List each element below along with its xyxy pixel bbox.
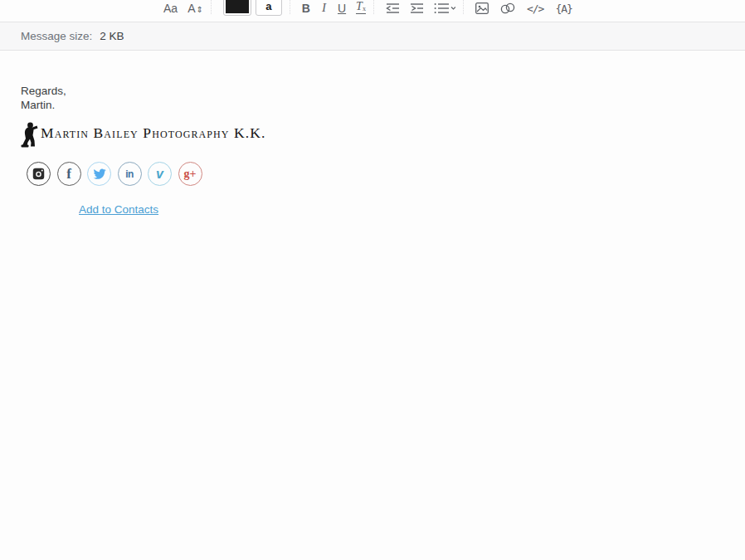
bold-button[interactable]: B: [302, 2, 310, 14]
toolbar-separator: [211, 0, 212, 14]
facebook-f-glyph: f: [66, 167, 71, 181]
signature-line-1: Regards,: [21, 84, 66, 98]
twitter-icon[interactable]: [87, 162, 111, 186]
font-size-label: A: [187, 2, 195, 14]
clear-formatting-button[interactable]: Tx: [356, 1, 366, 14]
email-body-editor[interactable]: Regards, Martin. Martin Bailey Photograp…: [0, 51, 745, 559]
message-size-bar: Message size: 2 KB: [0, 22, 745, 51]
message-size-value: 2 KB: [100, 30, 124, 42]
font-size-button[interactable]: A⇕: [187, 2, 203, 14]
add-to-contacts-link[interactable]: Add to Contacts: [79, 203, 158, 216]
font-family-label: Aa: [163, 2, 178, 14]
indent-button[interactable]: [410, 2, 424, 14]
signature-line-2: Martin.: [21, 98, 66, 112]
signature-text: Regards, Martin.: [21, 84, 66, 112]
link-icon: [500, 2, 515, 14]
vimeo-icon[interactable]: v: [148, 162, 172, 186]
clear-formatting-sub: x: [363, 6, 366, 12]
indent-icon: [410, 2, 424, 14]
outdent-button[interactable]: [386, 2, 400, 14]
font-color-swatch[interactable]: [223, 0, 251, 16]
linkedin-in-glyph: in: [125, 169, 134, 179]
insert-image-button[interactable]: [475, 2, 489, 14]
underline-button[interactable]: U: [338, 2, 346, 14]
instagram-icon[interactable]: [27, 162, 51, 186]
image-icon: [475, 2, 489, 14]
insert-variable-button[interactable]: {A}: [555, 3, 572, 14]
insert-link-button[interactable]: [500, 2, 515, 14]
twitter-bird-glyph: [93, 168, 106, 180]
google-plus-icon[interactable]: g+: [178, 162, 202, 186]
list-button[interactable]: [434, 2, 455, 14]
photographer-silhouette-icon: [20, 122, 38, 148]
google-plus-glyph: g+: [184, 168, 197, 180]
italic-button[interactable]: I: [322, 2, 326, 14]
font-family-button[interactable]: Aa: [163, 2, 178, 14]
clear-formatting-main: T: [356, 1, 363, 12]
social-links-row: f in v g+: [27, 162, 208, 186]
bullet-list-icon: [434, 2, 455, 14]
toolbar-separator: [290, 0, 290, 14]
highlight-color-label: a: [265, 1, 271, 12]
company-logo: Martin Bailey Photography K.K.: [20, 122, 266, 148]
formatting-toolbar: Aa A⇕ a B I U Tx: [0, 0, 745, 22]
outdent-icon: [386, 2, 400, 14]
linkedin-icon[interactable]: in: [118, 162, 142, 186]
company-logo-text: Martin Bailey Photography K.K.: [41, 126, 266, 144]
toolbar-separator: [463, 0, 464, 14]
toolbar-separator: [373, 0, 374, 14]
message-size-label: Message size:: [21, 30, 92, 42]
facebook-icon[interactable]: f: [57, 162, 81, 186]
vimeo-v-glyph: v: [156, 168, 163, 181]
highlight-color-button[interactable]: a: [256, 0, 282, 16]
font-size-arrows-icon: ⇕: [196, 6, 202, 14]
code-view-button[interactable]: </>: [527, 3, 543, 14]
formatting-toolbar-row: Aa A⇕ a B I U Tx: [163, 0, 572, 14]
instagram-camera-glyph: [32, 167, 46, 181]
font-color-fill: [226, 0, 249, 13]
